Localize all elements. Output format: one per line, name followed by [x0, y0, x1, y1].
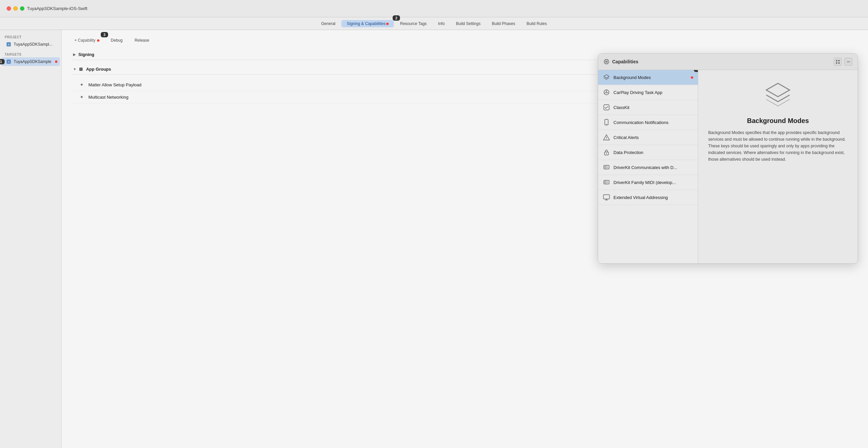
step-badge-3: 3 [101, 32, 108, 37]
add-capability-button[interactable]: + Capability 3 [72, 37, 102, 44]
classkit-icon [603, 104, 610, 111]
data-protection-icon [603, 149, 610, 156]
svg-rect-31 [604, 180, 609, 184]
tab-info[interactable]: Info [433, 20, 450, 27]
minimize-button[interactable] [13, 6, 18, 11]
app-title: TuyaAppSDKSample-iOS-Swift [27, 6, 87, 11]
cap-detail: Background Modes Background Modes specif… [698, 70, 858, 263]
project-item-label: TuyaAppSDKSampl... [14, 42, 52, 47]
multicast-icon: ✦ [79, 94, 85, 100]
lock-icon [603, 149, 610, 156]
multicast-label: Multicast Networking [88, 95, 128, 100]
cap-detail-description: Background Modes specifies that the app … [708, 129, 848, 163]
driverkit-comm-icon [603, 164, 610, 171]
svg-marker-13 [604, 75, 609, 78]
tab-build-phases[interactable]: Build Phases [486, 20, 520, 27]
cap-item-data-protection[interactable]: Data Protection [598, 145, 698, 160]
data-protection-label: Data Protection [614, 150, 644, 155]
cap-panel-body: Background Modes 4 [598, 70, 858, 263]
svg-point-26 [606, 153, 607, 154]
svg-marker-38 [766, 83, 789, 97]
cap-item-driverkit-midi[interactable]: DriverKit Family MIDI (develop... [598, 175, 698, 190]
cap-item-critical-alerts[interactable]: Critical Alerts [598, 130, 698, 145]
target-item-label: TuyaAppSDKSample [14, 59, 51, 64]
carplay-icon [603, 89, 610, 96]
tab-build-rules[interactable]: Build Rules [521, 20, 552, 27]
driverkit-midi-icon [603, 179, 610, 186]
tab-bar: General Signing & Capabilities 2 Resourc… [0, 17, 868, 30]
cap-item-driverkit-comm[interactable]: DriverKit Communicates with D... [598, 160, 698, 175]
cap-panel-title: Capabilities [603, 59, 639, 65]
cap-panel-grid-button[interactable] [834, 58, 842, 66]
svg-rect-27 [604, 165, 609, 169]
monitor-icon [603, 194, 610, 201]
cap-item-extended-virtual[interactable]: Extended Virtual Addressing [598, 190, 698, 205]
toolbar-row: + Capability 3 Debug Release [72, 37, 858, 44]
cap-item-classkit[interactable]: ClassKit [598, 100, 698, 115]
close-panel-icon [846, 60, 851, 64]
svg-text:A: A [8, 61, 10, 63]
cap-detail-title: Background Modes [747, 117, 809, 125]
cap-panel-controls [834, 58, 852, 66]
app-groups-chevron: ▼ [73, 67, 76, 71]
comm-notifications-icon [603, 119, 610, 126]
target-icon: A [6, 59, 11, 64]
main-layout: PROJECT A TuyaAppSDKSampl... TARGETS A T… [0, 30, 868, 448]
app-groups-label: App Groups [86, 67, 111, 72]
critical-alerts-label: Critical Alerts [614, 135, 639, 140]
critical-alerts-icon [603, 134, 610, 141]
capabilities-panel: Capabilities [598, 53, 858, 264]
step-badge-1: 1 [0, 59, 5, 64]
add-cap-dot [97, 39, 99, 42]
close-button[interactable] [7, 6, 11, 11]
svg-rect-9 [838, 60, 840, 61]
driverkit-comm-label: DriverKit Communicates with D... [614, 165, 677, 170]
svg-line-18 [607, 93, 609, 93]
carplay-label: CarPlay Driving Task App [614, 90, 662, 95]
background-modes-large-icon [763, 80, 793, 110]
debug-button[interactable]: Debug [107, 37, 126, 44]
signing-label: Signing [79, 52, 94, 57]
cap-detail-icon [763, 80, 793, 111]
svg-rect-35 [603, 195, 610, 199]
sidebar-item-target[interactable]: A TuyaAppSDKSample 1 [1, 57, 60, 66]
extended-virtual-icon [603, 194, 610, 201]
background-modes-dot [691, 76, 693, 79]
maximize-button[interactable] [20, 6, 24, 11]
tab-build-settings[interactable]: Build Settings [451, 20, 486, 27]
cap-item-comm-notifications[interactable]: Communication Notifications [598, 115, 698, 130]
svg-point-15 [606, 92, 607, 93]
signing-tab-dot [386, 23, 389, 25]
svg-rect-28 [605, 166, 606, 168]
sidebar-item-project[interactable]: A TuyaAppSDKSampl... [1, 40, 60, 49]
targets-label: TARGETS [0, 51, 61, 57]
extended-virtual-label: Extended Virtual Addressing [614, 195, 668, 200]
driverkit-midi-icon [603, 179, 610, 186]
cap-item-background-modes[interactable]: Background Modes 4 [598, 70, 698, 85]
cap-item-carplay[interactable]: CarPlay Driving Task App [598, 85, 698, 100]
add-capability-label: + Capability [74, 38, 95, 43]
background-modes-label: Background Modes [614, 75, 651, 80]
svg-line-17 [604, 93, 606, 93]
tab-signing-capabilities[interactable]: Signing & Capabilities 2 [341, 20, 394, 27]
svg-text:A: A [8, 43, 10, 46]
tab-general[interactable]: General [316, 20, 341, 27]
step-badge-4: 4 [694, 70, 698, 72]
matter-label: Matter Allow Setup Payload [88, 82, 142, 87]
cap-panel-close-button[interactable] [844, 58, 852, 66]
app-groups-icon-label: ⊞ [79, 67, 83, 72]
classkit-label: ClassKit [614, 105, 629, 110]
svg-rect-32 [605, 181, 606, 183]
cap-panel-header: Capabilities [598, 54, 858, 70]
driverkit-midi-label: DriverKit Family MIDI (develop... [614, 180, 676, 185]
svg-rect-10 [836, 62, 837, 64]
svg-rect-8 [836, 60, 837, 61]
svg-point-21 [606, 124, 607, 125]
background-modes-icon [603, 74, 610, 81]
layers-icon [603, 74, 610, 81]
tab-resource-tags[interactable]: Resource Tags [395, 20, 432, 27]
release-button[interactable]: Release [131, 37, 152, 44]
signing-chevron: ▶ [73, 53, 76, 56]
grid-icon [836, 60, 840, 64]
matter-icon: ✦ [79, 82, 85, 87]
